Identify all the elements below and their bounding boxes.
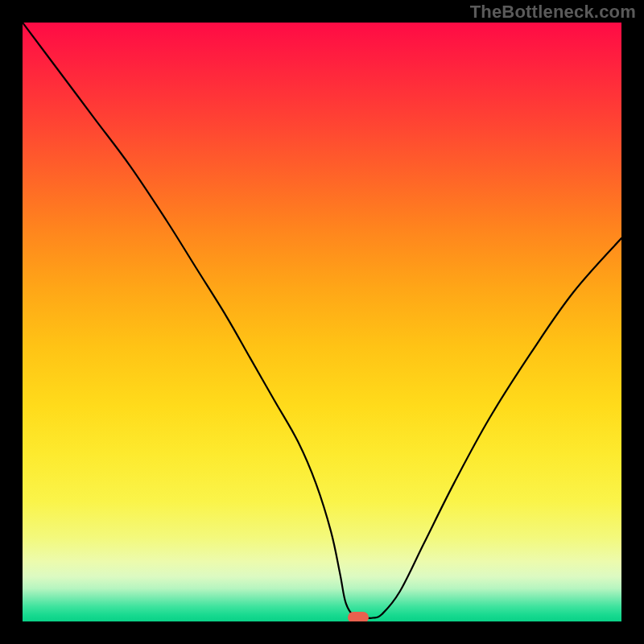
optimum-marker bbox=[348, 612, 369, 621]
chart-frame: TheBottleneck.com bbox=[0, 0, 644, 644]
watermark-text: TheBottleneck.com bbox=[470, 2, 636, 23]
plot-area bbox=[23, 23, 621, 621]
bottleneck-curve bbox=[23, 23, 621, 621]
